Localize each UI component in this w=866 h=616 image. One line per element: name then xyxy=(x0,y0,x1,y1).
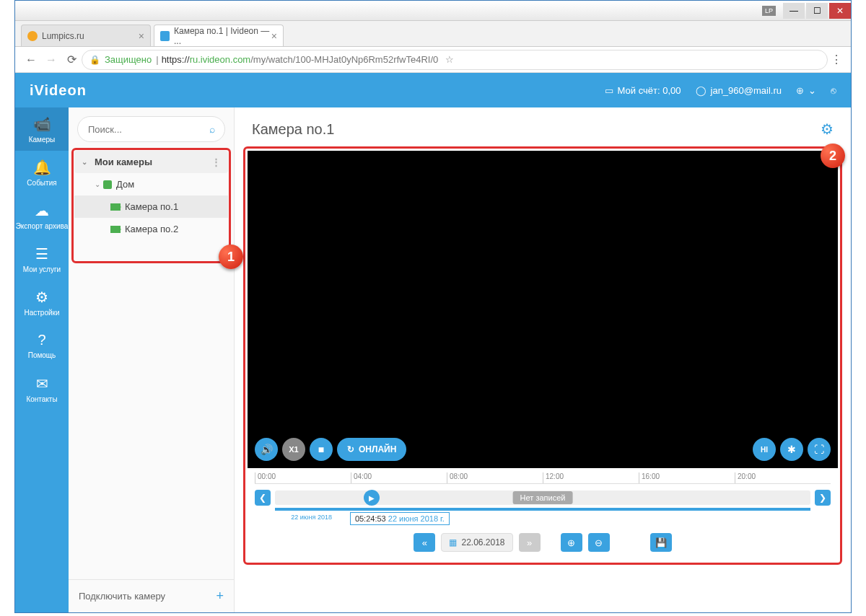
logo[interactable]: iVideon xyxy=(30,82,87,99)
nav-events[interactable]: 🔔 События xyxy=(15,151,69,194)
address-bar-row: ← → ⟳ 🔒 Защищено | https://ru.ivideon.co… xyxy=(15,47,851,73)
video-player[interactable]: 🔊 X1 ■ ↻ ОНЛАЙН HI ✱ ⛶ xyxy=(248,151,838,468)
user-icon: ◯ xyxy=(696,85,707,96)
nav-label: Камеры xyxy=(29,136,56,144)
sidebar: ⌕ 1 ⌄ Мои камеры ⋮ ⌄ Дом Камера xyxy=(69,107,235,612)
search-icon[interactable]: ⌕ xyxy=(209,123,215,135)
bell-icon: 🔔 xyxy=(33,159,51,176)
nav-cameras[interactable]: 📹 Камеры xyxy=(15,107,69,151)
mute-button[interactable]: 🔊 xyxy=(255,438,278,461)
secure-label: Защищено xyxy=(105,54,152,65)
user-email: jan_960@mail.ru xyxy=(711,85,782,96)
nav-label: Контакты xyxy=(26,395,57,403)
quality-button[interactable]: HI xyxy=(753,438,776,461)
annotation-badge-2: 2 xyxy=(821,144,845,168)
date-toolbar: « ▦ 22.06.2018 » ⊕ ⊖ 💾 xyxy=(255,529,831,556)
browser-menu-button[interactable]: ⋮ xyxy=(828,53,845,66)
tick: 16:00 xyxy=(639,472,735,483)
tick: 20:00 xyxy=(735,472,831,483)
reload-button[interactable]: ⟳ xyxy=(61,50,82,70)
page-title: Камера no.1 xyxy=(252,121,334,138)
connect-camera-button[interactable]: Подключить камеру + xyxy=(69,579,234,612)
user-menu[interactable]: ◯ jan_960@mail.ru xyxy=(696,85,782,96)
camera-icon xyxy=(110,203,121,211)
camera-icon xyxy=(110,226,121,233)
zoom-out-button[interactable]: ⊖ xyxy=(588,533,610,552)
date-next-button[interactable]: » xyxy=(519,533,541,552)
timeline-prev-button[interactable]: ❮ xyxy=(255,490,271,506)
zoom-out-icon: ⊖ xyxy=(595,537,603,548)
camera-settings-button[interactable]: ⚙ xyxy=(821,120,834,138)
nav-services[interactable]: ☰ Мои услуги xyxy=(15,237,69,281)
timeline-next-button[interactable]: ❯ xyxy=(815,490,831,506)
search-input[interactable]: ⌕ xyxy=(77,116,225,142)
close-icon[interactable]: × xyxy=(139,30,144,42)
app-header: iVideon ▭ Мой счёт: 0,00 ◯ jan_960@mail.… xyxy=(15,73,851,107)
wallet-icon: ▭ xyxy=(605,85,613,96)
lock-icon: 🔒 xyxy=(89,55,100,65)
lp-badge: LP xyxy=(762,6,776,16)
window-minimize-button[interactable]: — xyxy=(783,3,805,19)
chevron-down-icon: ⌄ xyxy=(808,85,816,96)
date-picker[interactable]: ▦ 22.06.2018 xyxy=(441,533,512,552)
server-icon xyxy=(103,180,112,189)
close-icon[interactable]: × xyxy=(271,30,277,42)
url-domain: ru.ivideon.com xyxy=(190,54,251,65)
refresh-icon: ↻ xyxy=(347,444,354,454)
calendar-icon: ▦ xyxy=(449,537,457,547)
nav-export[interactable]: ☁ Экспорт архива xyxy=(15,194,69,237)
bookmark-icon[interactable]: ☆ xyxy=(445,54,454,65)
favicon-icon xyxy=(160,31,170,41)
zoom-in-button[interactable]: ⊕ xyxy=(561,533,582,552)
camera-tree: 1 ⌄ Мои камеры ⋮ ⌄ Дом Камера по.1 xyxy=(74,151,228,579)
balance-button[interactable]: ▭ Мой счёт: 0,00 xyxy=(605,85,681,96)
stop-button[interactable]: ■ xyxy=(310,438,333,461)
no-records-label: Нет записей xyxy=(513,491,573,504)
window-maximize-button[interactable]: ☐ xyxy=(806,3,828,19)
help-icon: ? xyxy=(38,332,45,348)
timeline-play-marker[interactable]: ▶ xyxy=(364,490,380,506)
nav-contacts[interactable]: ✉ Контакты xyxy=(15,367,69,410)
tree-server[interactable]: ⌄ Дом xyxy=(74,173,228,195)
date-prev-button[interactable]: « xyxy=(414,533,435,552)
stop-icon: ■ xyxy=(318,444,324,455)
window-close-button[interactable]: ✕ xyxy=(829,3,851,19)
fullscreen-button[interactable]: ⛶ xyxy=(808,438,831,461)
language-button[interactable]: ⊕ ⌄ xyxy=(796,85,816,96)
tree-camera-1[interactable]: Камера по.1 xyxy=(74,195,228,218)
main-content: Камера no.1 ⚙ 2 🔊 X1 ■ ↻ ОНЛАЙН xyxy=(235,107,851,612)
search-field[interactable] xyxy=(88,124,209,135)
tab-label: Камера по.1 | Ivideon — ... xyxy=(174,26,271,46)
timeline-tooltip: 05:24:53 22 июня 2018 г. xyxy=(350,512,450,525)
logout-button[interactable]: ⎋ xyxy=(831,85,836,96)
tree-camera-2[interactable]: Камера по.2 xyxy=(74,218,228,240)
tree-camera-label: Камера по.2 xyxy=(125,224,178,234)
left-nav: 📹 Камеры 🔔 События ☁ Экспорт архива ☰ Мо… xyxy=(15,107,69,612)
plus-icon: + xyxy=(216,589,224,604)
online-button[interactable]: ↻ ОНЛАЙН xyxy=(337,438,406,461)
more-icon[interactable]: ⋮ xyxy=(211,157,221,167)
tab-lumpics[interactable]: Lumpics.ru × xyxy=(21,25,151,46)
url-input[interactable]: 🔒 Защищено | https://ru.ivideon.com/my/w… xyxy=(82,50,828,70)
tree-camera-label: Камера по.1 xyxy=(125,201,178,212)
nav-settings[interactable]: ⚙ Настройки xyxy=(15,281,69,324)
fullscreen-icon: ⛶ xyxy=(814,444,824,455)
connect-label: Подключить камеру xyxy=(79,591,165,602)
nav-label: Помощь xyxy=(28,351,56,359)
browser-window: LP — ☐ ✕ Lumpics.ru × Камера по.1 | Ivid… xyxy=(14,0,852,613)
forward-button[interactable]: → xyxy=(41,50,61,70)
tree-root-label: Мои камеры xyxy=(95,157,152,167)
nav-help[interactable]: ? Помощь xyxy=(15,324,69,367)
tab-ivideon[interactable]: Камера по.1 | Ivideon — ... × xyxy=(154,25,284,46)
online-label: ОНЛАЙН xyxy=(359,444,396,454)
timeline-ticks: 00:00 04:00 08:00 12:00 16:00 20:00 xyxy=(255,472,831,484)
annotation-badge-1: 1 xyxy=(219,245,243,269)
tree-root[interactable]: ⌄ Мои камеры ⋮ xyxy=(74,151,228,173)
back-button[interactable]: ← xyxy=(21,50,41,70)
save-button[interactable]: 💾 xyxy=(650,533,672,552)
share-button[interactable]: ✱ xyxy=(780,438,803,461)
balance-label: Мой счёт: 0,00 xyxy=(618,85,681,96)
timeline-bar[interactable]: ▶ Нет записей 22 июня 2018 05:24:53 22 и… xyxy=(275,490,810,505)
timeline: 00:00 04:00 08:00 12:00 16:00 20:00 ❮ ▶ … xyxy=(248,468,838,560)
speed-button[interactable]: X1 xyxy=(282,438,305,461)
